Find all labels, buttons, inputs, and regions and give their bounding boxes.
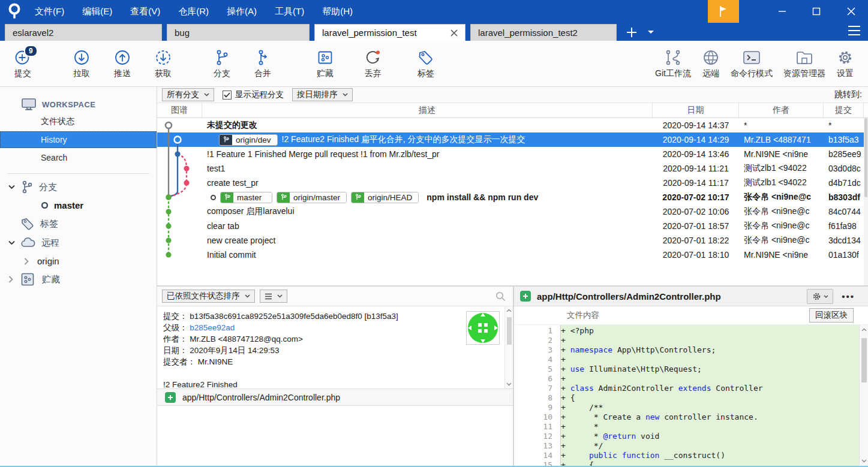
settings-button[interactable]: 设置 [831, 49, 860, 79]
menu-edit[interactable]: 编辑(E) [82, 6, 112, 17]
diff-options-button[interactable] [807, 289, 833, 304]
branch-icon [223, 136, 229, 143]
branch-badge-master: master [220, 192, 272, 203]
commit-button[interactable]: 9 提交 [2, 49, 43, 79]
col-header-graph[interactable]: 图谱 [157, 103, 202, 117]
menu-bar: 文件(F) 编辑(E) 查看(V) 仓库(R) 操作(A) 工具(T) 帮助(H… [35, 6, 353, 17]
explorer-button[interactable]: 资源管理器 [778, 49, 831, 79]
fetch-button[interactable]: 获取 [143, 49, 184, 79]
workspace-icon [22, 98, 36, 110]
sidebar-section-tags[interactable]: 标签 [0, 214, 157, 233]
hamburger-menu-icon[interactable] [848, 25, 861, 36]
history-scrollbar[interactable] [864, 118, 868, 285]
gear-icon [836, 49, 854, 67]
sidebar-branch-master[interactable]: master [0, 197, 157, 214]
branch-filter-select[interactable]: 所有分支 [162, 88, 214, 101]
push-button[interactable]: 推送 [102, 49, 143, 79]
view-mode-select[interactable] [260, 290, 287, 303]
tab-close-icon[interactable] [450, 29, 458, 37]
tab-list-dropdown[interactable] [642, 24, 660, 41]
flag-button[interactable] [708, 0, 739, 23]
branch-badge-origin-dev: origin/dev [219, 134, 278, 146]
commit-row[interactable]: clear tab 2020-07-01 18:57 张令帛 <ni9ne@c … [157, 219, 868, 233]
commit-row[interactable]: Initial commit 2020-07-01 18:10 Mr.NI9NE… [157, 248, 868, 262]
show-remote-checkbox[interactable]: 显示远程分支 [223, 89, 284, 100]
changed-file-row[interactable]: app/Http/Controllers/Admin2Controller.ph… [157, 388, 513, 406]
sidebar-item-search[interactable]: Search [0, 149, 157, 166]
file-sort-select[interactable]: 已依照文件状态排序 [162, 290, 255, 303]
commit-date: 2020年9月14日 14:29:53 [190, 346, 279, 355]
pull-button[interactable]: 拉取 [61, 49, 102, 79]
gitflow-button[interactable]: Git工作流 [650, 49, 696, 79]
commit-row[interactable]: test1 2020-09-14 11:21 测试zlb1 <94022 03d… [157, 161, 868, 176]
branch-node-icon [41, 201, 49, 209]
commit-row[interactable]: create test_pr 2020-09-14 11:17 测试zlb1 <… [157, 176, 868, 190]
chevron-down-icon [8, 185, 15, 189]
menu-repository[interactable]: 仓库(R) [178, 6, 209, 17]
merge-icon [254, 49, 272, 67]
terminal-button[interactable]: 命令行模式 [725, 49, 778, 79]
tab-laravel-permission-test2[interactable]: laravel_permission_test2 [470, 24, 617, 41]
more-options-button[interactable]: ••• [842, 291, 855, 302]
revert-hunk-button[interactable]: 回滚区块 [809, 308, 854, 323]
chevron-right-icon [24, 258, 29, 265]
commit-author: Mr.ZLB <488747128@qq.com> [190, 335, 303, 344]
discard-button[interactable]: 丢弃 [353, 49, 394, 79]
maximize-button[interactable] [799, 0, 833, 23]
push-icon [113, 49, 131, 67]
remote-button[interactable]: 远端 [696, 49, 725, 79]
committer: Mr.NI9NE [198, 357, 233, 366]
col-header-date[interactable]: 日期 [653, 103, 739, 117]
list-icon [265, 293, 272, 300]
col-header-author[interactable]: 作者 [739, 103, 824, 117]
col-header-description[interactable]: 描述 [202, 103, 653, 117]
menu-tools[interactable]: 工具(T) [275, 6, 304, 17]
commit-message-line1: !2 Feature2 Finished [163, 379, 513, 388]
menu-view[interactable]: 查看(V) [130, 6, 160, 17]
new-tab-button[interactable] [621, 24, 642, 41]
commit-row[interactable]: master origin/master origin/HEAD npm ins… [157, 190, 868, 204]
chevron-down-icon [277, 294, 283, 298]
tab-laravel-permission-test[interactable]: laravel_permission_test [314, 24, 465, 41]
tab-bug[interactable]: bug [167, 24, 310, 41]
diff-scrollbar[interactable] [859, 325, 868, 466]
sidebar-divider [7, 173, 149, 174]
menu-file[interactable]: 文件(F) [35, 6, 64, 17]
chevron-right-icon [8, 276, 13, 283]
branch-button[interactable]: 分支 [202, 49, 242, 79]
sidebar-section-remotes[interactable]: 远程 [0, 233, 157, 252]
sidebar: WORKSPACE 文件状态 History Search 分支 master … [0, 87, 157, 467]
commit-row[interactable]: composer 启用laravelui 2020-07-02 10:06 张令… [157, 204, 868, 219]
merge-button[interactable]: 合并 [242, 49, 283, 79]
chevron-down-icon [8, 240, 15, 245]
menu-help[interactable]: 帮助(H) [322, 6, 353, 17]
sidebar-item-history[interactable]: History [0, 131, 157, 148]
sort-order-select[interactable]: 按日期排序 [292, 88, 353, 101]
sidebar-section-stashes[interactable]: 贮藏 [0, 270, 157, 289]
chevron-down-icon [245, 294, 250, 298]
title-bar: 文件(F) 编辑(E) 查看(V) 仓库(R) 操作(A) 工具(T) 帮助(H… [0, 0, 868, 23]
sidebar-remote-origin[interactable]: origin [0, 252, 157, 270]
branch-icon [355, 194, 361, 201]
sidebar-section-branches[interactable]: 分支 [0, 177, 157, 197]
tag-button[interactable]: 标签 [406, 49, 446, 79]
stash-icon [316, 49, 334, 67]
head-node-icon [211, 195, 216, 200]
menu-actions[interactable]: 操作(A) [227, 6, 257, 17]
history-panel: 所有分支 显示远程分支 按日期排序 跳转到: 图谱 描述 日期 作者 提交 [157, 87, 868, 285]
sidebar-item-file-status[interactable]: 文件状态 [0, 113, 157, 130]
commit-row-selected[interactable]: origin/dev !2 Feature2 Finished 扁平化合并, 分… [157, 132, 868, 147]
diff-content-bar: 文件内容 回滚区块 [514, 306, 868, 325]
commit-row[interactable]: new create project 2020-07-01 18:22 张令帛 … [157, 233, 868, 248]
tab-eslaravel2[interactable]: eslaravel2 [5, 24, 162, 41]
workspace-header: WORKSPACE [0, 97, 157, 112]
close-button[interactable] [834, 0, 868, 23]
commit-row[interactable]: 未提交的更改 2020-09-14 14:37 * * [157, 118, 868, 132]
commit-row[interactable]: !1 Feature 1 Finished Merge pull request… [157, 147, 868, 161]
search-icon[interactable] [495, 291, 506, 302]
minimize-button[interactable] [765, 0, 799, 23]
col-header-commit[interactable]: 提交 [824, 103, 864, 117]
parent-sha-link[interactable]: b285ee92ad [190, 323, 235, 332]
details-scrollbar[interactable] [504, 306, 513, 388]
stash-button[interactable]: 贮藏 [305, 49, 346, 79]
